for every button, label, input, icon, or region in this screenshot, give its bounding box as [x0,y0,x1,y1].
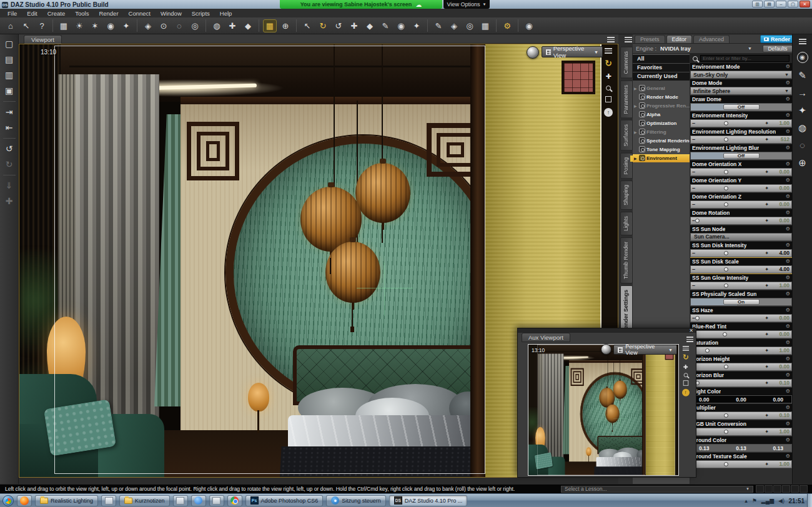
nudge-icon[interactable]: ✦ [765,217,769,224]
nudge-icon[interactable]: ✦ [765,428,769,435]
nudge-icon[interactable]: ✦ [765,282,769,289]
param-toggle[interactable]: Off [690,103,792,111]
category-render-mode[interactable]: Render Mode [633,93,690,102]
category-environment[interactable]: ▶Environment [633,154,690,163]
pane-tab-advanced[interactable]: Advanced [693,35,730,43]
gear-icon[interactable]: ⚙ [786,405,790,410]
param-toggle[interactable]: On [690,298,792,306]
gear-icon[interactable]: ⚙ [786,210,790,215]
param-value[interactable]: 4.00 [779,250,790,257]
view-options-button[interactable]: View Options ▼ [443,0,490,9]
gear-icon[interactable]: ⚙ [786,373,790,378]
toggle-button[interactable]: Off [723,153,760,159]
param-value[interactable]: 0.00 [779,201,790,208]
pin-button[interactable]: ▥ [752,1,763,7]
slider-thumb[interactable] [724,267,728,272]
gear-icon[interactable]: ⚙ [786,178,790,183]
pan-icon[interactable]: ✚ [605,73,611,80]
param-slider[interactable]: –✦0.00 [690,200,792,209]
param-slider[interactable]: –✦0.00 [690,217,792,225]
slider-thumb[interactable] [724,462,728,466]
rotate-tool-icon[interactable]: ↻ [316,19,330,32]
panel-button[interactable]: ▤ [764,1,775,7]
nudge-icon[interactable]: ✦ [765,315,769,322]
param-slider[interactable]: –✦0.00 [690,330,792,338]
tray-network-icon[interactable]: ▂▄▆ [761,498,774,504]
geometry-edit-icon[interactable]: ✎ [432,19,445,32]
slider-thumb[interactable] [724,170,728,174]
param-value[interactable]: 1.00 [779,347,790,354]
aux-render-view[interactable] [528,344,679,476]
param-slider[interactable]: –✦0.00 [690,184,792,192]
param-dropdown[interactable]: Sun-Sky Only▼ [690,71,792,79]
taskbar-kurznotizen[interactable]: Kurznotizen [119,495,170,506]
param-value[interactable]: 512 [781,136,790,143]
open-icon[interactable]: ▤ [5,54,13,65]
nudge-icon[interactable]: ✦ [765,185,769,192]
surface-select-icon[interactable]: ✦ [410,19,423,32]
param-slider[interactable]: –✦0.10 [690,379,792,387]
new-group-icon[interactable]: ⊙ [157,19,171,32]
taskbar-utility[interactable] [173,495,188,506]
slider-thumb[interactable] [705,348,710,353]
menu-edit[interactable]: Edit [22,10,42,17]
gear-icon[interactable]: ⚙ [786,324,790,329]
menu-create[interactable]: Create [42,10,71,17]
param-color-swatch[interactable]: 0.130.130.13 [690,444,792,452]
lesson-segment[interactable] [791,485,799,493]
taskbar-explorer[interactable] [209,495,224,506]
category-optimization[interactable]: Optimization [633,119,690,128]
menu-connect[interactable]: Connect [124,10,156,17]
viewport-tab[interactable]: Viewport [24,35,62,44]
gear-icon[interactable]: ⚙ [786,275,790,280]
param-value[interactable]: 1.00 [779,428,790,435]
nudge-icon[interactable]: ✦ [765,461,769,468]
filter-all[interactable]: All [633,55,690,63]
gear-icon[interactable]: ⚙ [786,81,790,86]
engine-value[interactable]: NVIDIA Iray [660,46,691,52]
gear-icon[interactable]: ⚙ [786,340,790,345]
merge-icon[interactable]: ⇓ [6,180,13,191]
aux-viewport-tab[interactable]: Aux Viewport [522,333,570,342]
reset-view-icon[interactable]: ↑ [682,388,690,396]
nudge-icon[interactable]: ✦ [765,201,769,208]
tray-expand-icon[interactable]: ▴ [745,498,748,504]
category-filtering[interactable]: ▶Filtering [633,128,690,137]
aux-header[interactable] [518,328,696,333]
gear-icon[interactable]: ⚙ [786,292,790,297]
menu-render[interactable]: Render [94,10,123,17]
menu-scripts[interactable]: Scripts [187,10,215,17]
new-selection-icon[interactable]: ◌ [172,19,186,32]
ds-home-icon[interactable]: ⌂ [4,19,17,32]
param-value[interactable]: 0.00 [779,315,790,322]
slider-thumb[interactable] [724,430,728,434]
param-button[interactable]: Sun Camera... [690,233,792,241]
gear-icon[interactable]: ⚙ [786,162,790,167]
node-select-icon[interactable]: ↖ [300,19,314,32]
param-slider[interactable]: –✦4.00 [690,265,792,273]
aux-render-scene[interactable] [528,345,679,476]
import-icon[interactable]: ⇥ [6,107,13,117]
taskbar-sitzung-steuern[interactable]: Sitzung steuern [326,495,386,506]
gear-icon[interactable]: ⚙ [786,421,790,426]
new-bone-icon[interactable]: ✚ [225,19,239,32]
pane-tab-presets[interactable]: Presets [635,35,665,43]
menu-file[interactable]: File [2,10,22,17]
gear-icon[interactable]: ⚙ [786,389,790,394]
lesson-segment[interactable] [765,485,773,493]
nudge-icon[interactable]: ✦ [765,347,769,354]
new-target-icon[interactable]: ◎ [188,19,202,32]
param-value[interactable]: 0.10 [779,412,790,419]
slider-thumb[interactable] [724,186,728,190]
defaults-button[interactable]: Defaults [763,45,793,52]
figure-tool-icon[interactable]: ◉ [394,19,408,32]
pan-icon[interactable]: ✚ [683,363,688,369]
pane-menu-icon[interactable] [683,346,689,350]
menu-window[interactable]: Window [156,10,187,17]
frame-icon[interactable] [605,96,611,102]
new-null-icon[interactable]: ◍ [210,19,224,32]
activity-pose-right-icon[interactable]: ◌ [800,140,805,150]
new-point-light-icon[interactable]: ✶ [88,19,102,32]
gear-icon[interactable]: ⚙ [786,357,790,362]
side-tab-shaping[interactable]: Shaping [620,180,633,210]
